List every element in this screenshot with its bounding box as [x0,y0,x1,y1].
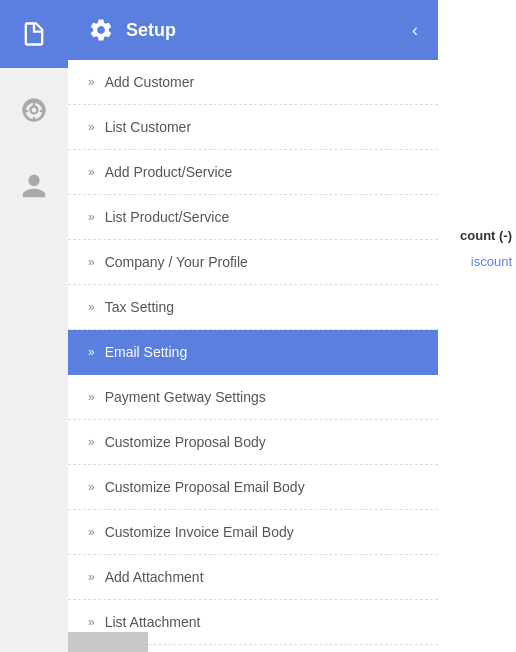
menu-item-label-8: Customize Proposal Body [105,434,266,450]
menu-item-label-4: Company / Your Profile [105,254,248,270]
chevron-icon-11: » [88,570,95,584]
menu-item-label-5: Tax Setting [105,299,174,315]
menu-item-label-11: Add Attachment [105,569,204,585]
gear-icon [88,17,114,43]
menu-item-8[interactable]: »Customize Proposal Body [68,420,438,465]
menu-item-label-1: List Customer [105,119,191,135]
menu-item-2[interactable]: »Add Product/Service [68,150,438,195]
bottom-partial-bar [68,632,148,652]
document-icon [20,20,48,48]
chevron-icon-6: » [88,345,95,359]
chevron-icon-7: » [88,390,95,404]
chevron-icon-2: » [88,165,95,179]
menu-item-0[interactable]: »Add Customer [68,60,438,105]
menu-item-label-3: List Product/Service [105,209,230,225]
chevron-icon-5: » [88,300,95,314]
chevron-icon-10: » [88,525,95,539]
dollar-icon [20,96,48,124]
menu-item-1[interactable]: »List Customer [68,105,438,150]
sidebar-item-document[interactable] [0,0,68,68]
menu-item-4[interactable]: »Company / Your Profile [68,240,438,285]
menu-item-label-2: Add Product/Service [105,164,233,180]
menu-item-label-0: Add Customer [105,74,194,90]
right-content-area: count (-) iscount [438,0,516,652]
setup-panel: Setup ‹ »Add Customer»List Customer»Add … [68,0,438,652]
sidebar-item-person[interactable] [0,152,68,220]
menu-item-label-9: Customize Proposal Email Body [105,479,305,495]
menu-item-6[interactable]: »Email Setting [68,330,438,375]
menu-item-9[interactable]: »Customize Proposal Email Body [68,465,438,510]
menu-item-label-6: Email Setting [105,344,187,360]
menu-item-11[interactable]: »Add Attachment [68,555,438,600]
menu-item-label-10: Customize Invoice Email Body [105,524,294,540]
sidebar-icons [0,0,68,652]
menu-item-10[interactable]: »Customize Invoice Email Body [68,510,438,555]
count-text: count (-) [460,228,516,243]
menu-item-7[interactable]: »Payment Getway Settings [68,375,438,420]
menu-item-label-12: List Attachment [105,614,201,630]
chevron-icon-12: » [88,615,95,629]
menu-item-5[interactable]: »Tax Setting [68,285,438,330]
chevron-icon-4: » [88,255,95,269]
setup-title: Setup [126,20,176,41]
menu-list: »Add Customer»List Customer»Add Product/… [68,60,438,645]
discount-text: iscount [471,254,516,269]
sidebar-item-dollar[interactable] [0,76,68,144]
chevron-icon-0: » [88,75,95,89]
menu-item-label-7: Payment Getway Settings [105,389,266,405]
person-icon [20,172,48,200]
chevron-icon-9: » [88,480,95,494]
chevron-icon-1: » [88,120,95,134]
chevron-icon-8: » [88,435,95,449]
menu-item-3[interactable]: »List Product/Service [68,195,438,240]
chevron-icon-3: » [88,210,95,224]
setup-header: Setup ‹ [68,0,438,60]
collapse-button[interactable]: ‹ [412,20,418,41]
